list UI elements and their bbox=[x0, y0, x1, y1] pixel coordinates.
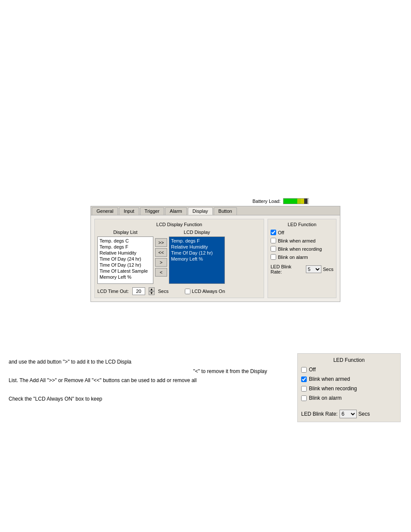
secs-label: Secs bbox=[158, 289, 168, 294]
second-led-blink-alarm-label: Blink on alarm bbox=[309, 395, 342, 401]
spin-up-button[interactable]: ▲ bbox=[149, 287, 155, 291]
led-blink-rate-select[interactable]: 5 6 10 bbox=[306, 265, 321, 273]
second-led-blink-rate-area: LED Blink Rate: 6 5 10 Secs bbox=[301, 410, 397, 418]
second-led-blink-unit: Secs bbox=[358, 411, 370, 417]
battery-seg-1 bbox=[283, 199, 287, 204]
list-item[interactable]: Temp. degs C bbox=[99, 238, 152, 244]
battery-seg-3 bbox=[290, 199, 294, 204]
second-led-blink-rate-label: LED Blink Rate: bbox=[301, 411, 338, 417]
lcd-display-label: LCD Display bbox=[169, 230, 225, 235]
second-led-blink-rate-select[interactable]: 6 5 10 bbox=[339, 410, 357, 418]
second-led-blink-alarm-checkbox[interactable] bbox=[301, 395, 307, 401]
tab-button[interactable]: Button bbox=[214, 207, 237, 215]
add-button[interactable]: > bbox=[155, 258, 167, 267]
tab-display[interactable]: Display bbox=[188, 207, 213, 215]
led-blink-recording-label: Blink when recording bbox=[278, 246, 322, 252]
led-blink-recording-row[interactable]: Blink when recording bbox=[271, 246, 333, 252]
battery-seg-6 bbox=[301, 199, 304, 204]
lcd-timeout-input[interactable] bbox=[132, 287, 145, 295]
led-section: LED Function Off Blink when armed Blink … bbox=[268, 219, 336, 298]
led-off-checkbox[interactable] bbox=[271, 230, 276, 235]
second-led-blink-armed-row[interactable]: Blink when armed bbox=[301, 376, 397, 382]
battery-seg-2 bbox=[287, 199, 290, 204]
display-list-area: Display List Temp. degs C Temp. degs F R… bbox=[97, 230, 153, 284]
led-blink-unit: Secs bbox=[323, 267, 333, 272]
lower-text-line2: "<" to remove it from the Display bbox=[9, 367, 284, 376]
led-off-label: Off bbox=[278, 230, 284, 235]
led-options: Off Blink when armed Blink when recordin… bbox=[271, 230, 333, 260]
second-led-title: LED Function bbox=[301, 357, 397, 363]
led-blink-rate-label: LED Blink Rate: bbox=[271, 264, 304, 274]
second-led-off-label: Off bbox=[309, 367, 316, 373]
lower-text-line5: Check the "LCD Always ON" box to keep bbox=[9, 395, 284, 404]
battery-label: Battery Load: bbox=[252, 199, 280, 204]
lcd-display-box[interactable]: Temp. degs F Relative Humidity Time Of D… bbox=[169, 236, 225, 284]
lower-text-line1: and use the add button ">" to add it to … bbox=[9, 358, 284, 367]
display-list-label: Display List bbox=[97, 230, 153, 235]
led-blink-armed-checkbox[interactable] bbox=[271, 238, 276, 243]
battery-bar bbox=[283, 198, 309, 204]
lcd-section-title: LCD Display Function bbox=[97, 222, 261, 227]
second-led-blink-armed-label: Blink when armed bbox=[309, 376, 350, 382]
battery-seg-5 bbox=[297, 199, 301, 204]
second-led-off-row[interactable]: Off bbox=[301, 367, 397, 373]
arrow-buttons: >> << > < bbox=[155, 230, 167, 277]
main-dialog: General Input Trigger Alarm Display Butt… bbox=[90, 206, 340, 302]
led-section-title: LED Function bbox=[271, 222, 333, 227]
second-led-blink-recording-label: Blink when recording bbox=[309, 386, 357, 392]
second-led-blink-recording-row[interactable]: Blink when recording bbox=[301, 386, 397, 392]
lower-text-line3: List. The Add All ">>" or Remove All "<<… bbox=[9, 376, 284, 386]
remove-button[interactable]: < bbox=[155, 268, 167, 277]
lcd-section: LCD Display Function Display List Temp. … bbox=[94, 219, 264, 298]
tab-input[interactable]: Input bbox=[119, 207, 139, 215]
battery-seg-7 bbox=[304, 199, 308, 204]
second-led-blink-recording-checkbox[interactable] bbox=[301, 386, 307, 392]
remove-all-button[interactable]: << bbox=[155, 248, 167, 257]
led-blink-alarm-checkbox[interactable] bbox=[271, 254, 276, 260]
battery-area: Battery Load: bbox=[252, 198, 309, 204]
lcd-always-on-checkbox[interactable] bbox=[185, 289, 190, 294]
second-led-panel: LED Function Off Blink when armed Blink … bbox=[297, 353, 401, 422]
second-led-blink-alarm-row[interactable]: Blink on alarm bbox=[301, 395, 397, 401]
lcd-item[interactable]: Memory Left % bbox=[170, 256, 224, 262]
second-led-off-checkbox[interactable] bbox=[301, 367, 307, 373]
second-led-blink-armed-checkbox[interactable] bbox=[301, 376, 307, 382]
lower-text-section: and use the add button ">" to add it to … bbox=[0, 353, 293, 408]
led-blink-alarm-label: Blink on alarm bbox=[278, 255, 308, 260]
lcd-bottom: LCD Time Out: ▲ ▼ Secs LCD Always On bbox=[97, 287, 261, 295]
spin-down-button[interactable]: ▼ bbox=[149, 291, 155, 295]
lcd-display-area: LCD Display Temp. degs F Relative Humidi… bbox=[169, 230, 225, 284]
tab-trigger[interactable]: Trigger bbox=[140, 207, 164, 215]
list-item[interactable]: Time Of Day (24 hr) bbox=[99, 256, 152, 262]
list-item[interactable]: Memory Left % bbox=[99, 274, 152, 280]
spinner-arrows: ▲ ▼ bbox=[149, 287, 155, 295]
lcd-item[interactable]: Time Of Day (12 hr) bbox=[170, 250, 224, 256]
led-blink-armed-label: Blink when armed bbox=[278, 238, 315, 243]
add-all-button[interactable]: >> bbox=[155, 238, 167, 247]
dialog-content: LCD Display Function Display List Temp. … bbox=[91, 215, 340, 302]
lcd-lists-container: Display List Temp. degs C Temp. degs F R… bbox=[97, 230, 261, 284]
lcd-always-on-text: LCD Always On bbox=[192, 289, 225, 294]
list-item[interactable]: Time Of Latest Sample bbox=[99, 268, 152, 274]
tab-general[interactable]: General bbox=[92, 207, 118, 215]
led-blink-rate-area: LED Blink Rate: 5 6 10 Secs bbox=[271, 264, 333, 274]
list-item[interactable]: Time Of Day (12 hr) bbox=[99, 262, 152, 268]
second-led-options: Off Blink when armed Blink when recordin… bbox=[301, 367, 397, 401]
tab-alarm[interactable]: Alarm bbox=[165, 207, 187, 215]
lcd-item[interactable]: Temp. degs F bbox=[170, 238, 224, 244]
display-list-box[interactable]: Temp. degs C Temp. degs F Relative Humid… bbox=[97, 236, 153, 284]
battery-seg-4 bbox=[294, 199, 297, 204]
led-blink-recording-checkbox[interactable] bbox=[271, 246, 276, 252]
lcd-always-on-label[interactable]: LCD Always On bbox=[185, 289, 225, 294]
led-blink-armed-row[interactable]: Blink when armed bbox=[271, 238, 333, 243]
lcd-item[interactable]: Relative Humidity bbox=[170, 244, 224, 250]
led-blink-alarm-row[interactable]: Blink on alarm bbox=[271, 254, 333, 260]
list-item[interactable]: Relative Humidity bbox=[99, 250, 152, 256]
led-off-row[interactable]: Off bbox=[271, 230, 333, 235]
lcd-timeout-label: LCD Time Out: bbox=[97, 289, 129, 294]
list-item[interactable]: Temp. degs F bbox=[99, 244, 152, 250]
tab-bar: General Input Trigger Alarm Display Butt… bbox=[91, 206, 340, 215]
